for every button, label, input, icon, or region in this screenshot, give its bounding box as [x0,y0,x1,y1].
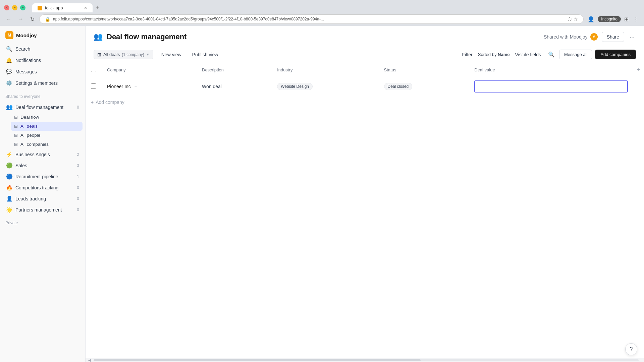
sidebar-item-settings-label: Settings & members [15,80,58,86]
browser-maximize-btn[interactable]: + [20,5,25,10]
sidebar-item-competitors-tracking[interactable]: 🔥 Competitors tracking 0 [3,182,83,193]
sidebar-item-search[interactable]: 🔍 Search [3,43,83,55]
reload-btn[interactable]: ↻ [28,15,37,24]
visible-fields-btn[interactable]: Visible fields [512,50,544,59]
sidebar-item-messages[interactable]: 💬 Messages [3,66,83,77]
recruitment-label: Recruitment pipeline [15,174,74,179]
sidebar-item-recruitment-pipeline[interactable]: 🔵 Recruitment pipeline 1 [3,171,83,182]
forward-btn[interactable]: → [16,15,25,23]
industry-badge: Website Design [277,83,313,90]
shared-section-label: Shared to everyone [0,90,85,100]
all-deals-icon: ⊞ [14,124,18,129]
tab-close-icon[interactable]: ✕ [84,6,87,10]
sidebar-item-notifications-label: Notifications [15,58,41,63]
incognito-badge: Incognito [598,16,621,22]
chevron-down-icon: ▼ [146,53,150,56]
sidebar-item-all-people[interactable]: ⊞ All people [11,131,83,140]
sidebar-item-deal-flow-label: Deal flow [20,115,39,120]
partners-count: 0 [77,207,79,212]
business-angels-label: Business Angels [15,152,74,157]
deals-table: Company Description Industry Status Deal [86,63,644,96]
col-deal-value-label: Deal value [474,67,495,72]
sort-label: Sorted by [478,52,497,57]
row-description: Won deal [202,84,222,89]
sidebar-group-deal-flow: 👥 Deal flow management 0 ⊞ Deal flow ⊞ A… [0,100,85,217]
page-header-right: Shared with Moodjoy M Share ··· [544,32,636,42]
sidebar-item-business-angels[interactable]: ⚡ Business Angels 2 [3,149,83,160]
toolbar-right: Filter Sorted by Name Visible fields 🔍 M… [460,50,636,59]
status-badge: Deal closed [384,83,413,90]
sidebar-item-deal-flow[interactable]: ⊞ Deal flow [11,113,83,122]
help-button[interactable]: ? [625,343,637,355]
leads-label: Leads tracking [15,196,74,201]
back-btn[interactable]: ← [4,15,13,23]
deal-flow-icon: ⊞ [14,115,18,120]
company-name-text: Pioneer Inc [107,84,131,89]
row-checkbox[interactable] [91,83,96,89]
sidebar-item-settings[interactable]: ⚙️ Settings & members [3,77,83,89]
deal-value-input[interactable] [474,80,628,93]
business-angels-icon: ⚡ [6,151,13,158]
browser-minimize-btn[interactable]: − [12,5,17,10]
add-company-row[interactable]: + Add company [86,96,644,108]
active-tab[interactable]: folk - app ✕ [32,3,93,12]
competitors-label: Competitors tracking [15,185,74,190]
sales-label: Sales [15,163,74,168]
sidebar-item-search-label: Search [15,46,30,52]
browser-actions: 👤 Incognito ⊞ ⋮ [586,15,640,24]
horizontal-scrollbar[interactable]: ◀ [86,358,644,362]
row-actions-btn[interactable]: ··· [133,84,138,89]
col-add-field[interactable]: + [633,63,644,77]
business-angels-count: 2 [77,152,79,157]
add-companies-btn[interactable]: Add companies [595,50,636,59]
tab-bar: folk - app ✕ + [28,3,106,12]
col-description-label: Description [202,67,224,72]
share-button[interactable]: Share [602,32,624,42]
col-industry-label: Industry [277,67,292,72]
sidebar-item-leads-tracking[interactable]: 👤 Leads tracking 0 [3,193,83,204]
browser-close-btn[interactable]: ✕ [4,5,9,10]
browser-window-controls: ✕ − + [4,5,25,10]
competitors-count: 0 [77,185,79,190]
sidebar-item-notifications[interactable]: 🔔 Notifications [3,55,83,66]
extensions-btn[interactable]: ⊞ [623,15,630,24]
scroll-left-arrow[interactable]: ◀ [88,358,91,362]
sidebar-item-deal-flow-management[interactable]: 👥 Deal flow management 0 [3,102,83,113]
tab-favicon [38,6,42,10]
table-wrapper: Company Description Industry Status Deal [86,63,644,358]
address-bar[interactable]: 🔒 app.folk.app/apps/contacts/network/cca… [39,14,584,24]
col-description: Description [197,63,272,77]
deal-flow-sub-items: ⊞ Deal flow ⊞ All deals ⊞ All people ⊞ A… [3,113,83,149]
more-options-btn[interactable]: ··· [628,32,636,42]
sidebar-item-sales[interactable]: 🟢 Sales 3 [3,160,83,171]
select-all-checkbox[interactable] [91,67,96,72]
new-tab-btn[interactable]: + [93,3,102,12]
message-all-btn[interactable]: Message all [559,50,592,59]
browser-titlebar: ✕ − + folk - app ✕ + [0,0,644,12]
sidebar-item-partners-management[interactable]: 🌟 Partners management 0 [3,204,83,215]
sidebar-item-all-deals[interactable]: ⊞ All deals [11,122,83,131]
scrollbar-thumb[interactable] [94,359,421,361]
search-table-btn[interactable]: 🔍 [546,50,556,59]
sidebar-item-messages-label: Messages [15,69,37,74]
view-selector-icon: ⊞ [97,52,101,57]
view-selector[interactable]: ⊞ All deals (1 company) ▼ [94,50,153,59]
col-company-label: Company [107,67,126,72]
toolbar: ⊞ All deals (1 company) ▼ New view Publi… [86,46,644,63]
filter-btn[interactable]: Filter [460,50,475,59]
deal-flow-management-label: Deal flow management [15,105,74,110]
brand-icon: M [5,31,13,39]
search-icon: 🔍 [6,46,12,52]
notifications-icon: 🔔 [6,57,12,63]
view-selector-label: All deals [103,52,120,57]
browser-menu-btn[interactable]: ⋮ [632,15,640,24]
deal-flow-management-count: 0 [77,105,79,110]
new-view-btn[interactable]: New view [159,50,184,59]
sidebar-item-all-companies[interactable]: ⊞ All companies [11,140,83,149]
profile-btn[interactable]: 👤 [586,15,596,24]
col-deal-value: Deal value [469,63,633,77]
sidebar-brand: M Moodjoy [0,26,85,42]
shared-badge: M [590,33,598,41]
publish-view-btn[interactable]: Publish view [190,50,221,59]
row-deal-value-cell[interactable] [469,77,633,96]
